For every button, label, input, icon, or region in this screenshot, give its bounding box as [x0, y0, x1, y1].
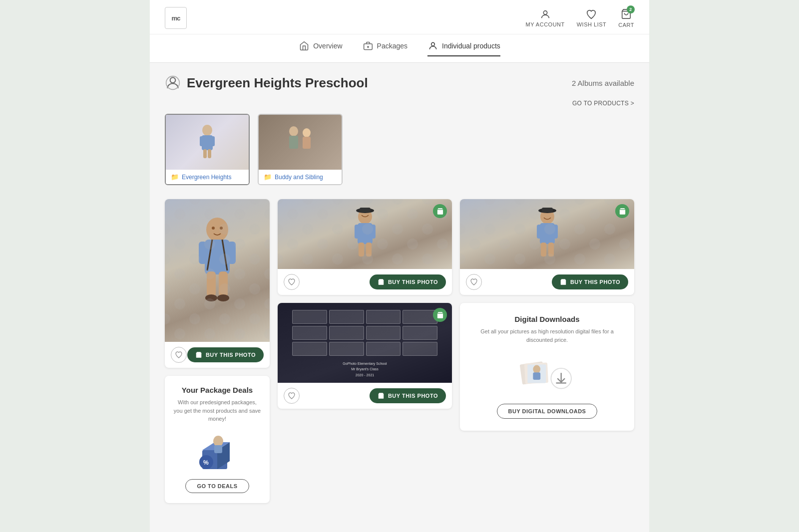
- heart-button-3[interactable]: [466, 274, 482, 290]
- tab-overview[interactable]: Overview: [299, 40, 342, 56]
- buy-button-large[interactable]: BUY THIS PHOTO: [187, 347, 264, 362]
- class-years: 2020 - 2021: [343, 372, 387, 378]
- svg-rect-50: [537, 225, 542, 239]
- svg-rect-55: [542, 208, 553, 213]
- package-deals-section: Your Package Deals With our predesigned …: [165, 376, 270, 503]
- add-cart-badge-class[interactable]: [433, 308, 447, 322]
- large-photo-card: BUY THIS PHOTO: [165, 199, 270, 368]
- photo-card-2: BUY THIS PHOTO: [278, 199, 452, 295]
- svg-point-6: [170, 77, 176, 83]
- large-photo-image: [165, 199, 270, 342]
- svg-rect-42: [371, 225, 376, 239]
- page-wrapper: mc MY ACCOUNT WISH LIST: [150, 0, 649, 532]
- buy-button-2-label: BUY THIS PHOTO: [388, 279, 438, 285]
- svg-rect-37: [214, 445, 222, 453]
- my-account-button[interactable]: MY ACCOUNT: [526, 9, 565, 27]
- package-card: Your Package Deals With our predesigned …: [165, 376, 270, 503]
- class-photo-image: GoPhoto Elementary School Mr Bryant's Cl…: [278, 303, 452, 383]
- photo-2-actions: BUY THIS PHOTO: [278, 269, 452, 295]
- photo-3-actions: BUY THIS PHOTO: [460, 269, 634, 295]
- package-title: Your Package Deals: [182, 386, 253, 394]
- svg-rect-40: [358, 223, 373, 244]
- class-photo-card: GoPhoto Elementary School Mr Bryant's Cl…: [278, 303, 452, 409]
- package-icon: [363, 40, 374, 51]
- svg-rect-52: [541, 243, 546, 257]
- album-thumb-buddy: [259, 115, 342, 170]
- svg-rect-11: [211, 136, 215, 146]
- svg-rect-19: [205, 240, 230, 274]
- tab-packages[interactable]: Packages: [363, 40, 407, 56]
- svg-rect-61: [533, 372, 540, 380]
- svg-rect-43: [359, 243, 364, 257]
- header-right: MY ACCOUNT WISH LIST 2 CART: [526, 8, 634, 28]
- svg-rect-46: [360, 208, 371, 213]
- class-photo-actions: BUY THIS PHOTO: [278, 383, 452, 409]
- svg-rect-49: [540, 223, 555, 244]
- buy-button-2[interactable]: BUY THIS PHOTO: [370, 274, 446, 289]
- album-card-evergreen[interactable]: 📁 Evergreen Heights: [165, 114, 250, 185]
- buy-button-large-label: BUY THIS PHOTO: [206, 352, 256, 358]
- heart-button-class[interactable]: [284, 388, 300, 404]
- studio-icon: [165, 75, 181, 91]
- studio-name: Evergreen Heights Preschool: [187, 75, 368, 91]
- class-school: GoPhoto Elementary School: [343, 361, 387, 366]
- right-grid: BUY THIS PHOTO: [278, 199, 634, 431]
- logo[interactable]: mc: [165, 7, 187, 29]
- svg-point-5: [431, 42, 435, 46]
- svg-rect-12: [203, 149, 207, 158]
- svg-point-0: [543, 10, 547, 14]
- svg-rect-17: [303, 137, 311, 149]
- svg-point-14: [289, 126, 298, 136]
- album-label-evergreen: 📁 Evergreen Heights: [166, 170, 249, 184]
- svg-rect-20: [199, 242, 207, 264]
- digital-desc: Get all your pictures as high resolution…: [470, 327, 624, 344]
- buy-button-class[interactable]: BUY THIS PHOTO: [370, 388, 446, 403]
- wish-list-button[interactable]: WISH LIST: [577, 9, 607, 27]
- studio-title-row: Evergreen Heights Preschool: [165, 75, 368, 91]
- svg-point-29: [217, 294, 229, 301]
- folder-icon-buddy: 📁: [264, 173, 272, 181]
- folder-icon: 📁: [171, 173, 179, 181]
- digital-downloads-card: Digital Downloads Get all your pictures …: [460, 303, 634, 431]
- digital-illustration: [517, 354, 577, 394]
- tab-overview-label: Overview: [313, 42, 342, 50]
- svg-point-8: [202, 125, 212, 136]
- photo-2-image: [278, 199, 452, 269]
- buy-digital-downloads-button[interactable]: BUY DIGITAL DOWNLOADS: [497, 404, 598, 419]
- heart-button-large[interactable]: [171, 347, 187, 363]
- tab-packages-label: Packages: [377, 42, 407, 50]
- go-to-deals-button[interactable]: GO TO DEALS: [185, 479, 249, 493]
- svg-point-26: [212, 227, 215, 230]
- svg-rect-15: [289, 136, 298, 149]
- package-desc: With our predesigned packages, you get t…: [173, 398, 262, 423]
- add-cart-badge-2[interactable]: [433, 204, 447, 218]
- svg-point-60: [533, 365, 540, 373]
- package-illustration: %: [192, 431, 242, 471]
- heart-button-2[interactable]: [284, 274, 300, 290]
- buy-button-class-label: BUY THIS PHOTO: [388, 393, 438, 399]
- svg-point-16: [303, 128, 311, 137]
- album-thumb-evergreen: [166, 115, 249, 170]
- wish-list-label: WISH LIST: [577, 21, 607, 27]
- svg-rect-41: [355, 225, 360, 239]
- albums-available: 2 Albums available: [572, 79, 634, 87]
- buy-button-3[interactable]: BUY THIS PHOTO: [552, 274, 628, 289]
- tab-individual[interactable]: Individual products: [427, 40, 500, 56]
- cart-button[interactable]: 2 CART: [618, 8, 634, 28]
- tab-individual-label: Individual products: [442, 42, 500, 50]
- album-row: 📁 Evergreen Heights: [165, 114, 634, 185]
- content-area: BUY THIS PHOTO Your Package Deals With o…: [165, 199, 634, 503]
- svg-rect-23: [219, 271, 228, 296]
- header: mc MY ACCOUNT WISH LIST: [150, 0, 649, 34]
- studio-header: Evergreen Heights Preschool 2 Albums ava…: [165, 75, 634, 91]
- svg-point-18: [206, 218, 228, 242]
- svg-point-27: [220, 227, 223, 230]
- svg-point-36: [213, 436, 223, 447]
- go-to-products-link[interactable]: GO TO PRODUCTS >: [165, 100, 634, 107]
- svg-point-28: [205, 294, 217, 301]
- add-cart-badge-3[interactable]: [615, 204, 629, 218]
- album-label-buddy: 📁 Buddy and Sibling: [259, 170, 342, 184]
- digital-title: Digital Downloads: [514, 315, 579, 323]
- album-card-buddy[interactable]: 📁 Buddy and Sibling: [258, 114, 343, 185]
- svg-text:%: %: [203, 459, 209, 466]
